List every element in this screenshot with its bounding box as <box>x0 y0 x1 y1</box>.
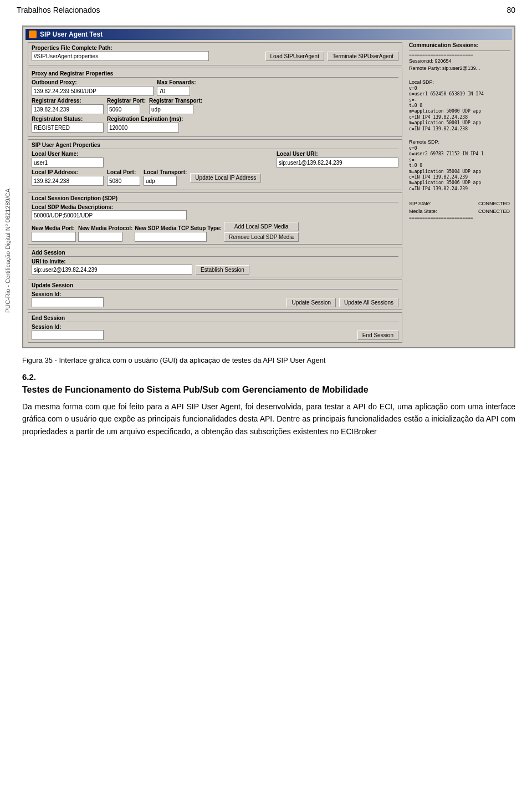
section-title: Testes de Funcionamento do Sistema Pub/S… <box>22 385 515 395</box>
media-state-label: Media State: <box>409 208 437 215</box>
registrar-addr-input[interactable] <box>32 104 104 114</box>
uri-to-invite-label: URI to Invite: <box>32 258 398 265</box>
new-media-protocol-label: New Media Protocol: <box>78 225 132 231</box>
local-user-uri-label: Local User URI: <box>277 151 398 157</box>
add-sdp-btn[interactable]: Add Local SDP Media <box>224 222 299 231</box>
end-session-id-label: Session Id: <box>32 324 398 330</box>
outbound-proxy-input[interactable] <box>32 86 154 96</box>
uri-to-invite-input[interactable] <box>32 265 192 275</box>
registrar-addr-label: Registrar Address: <box>32 98 104 104</box>
remote-sdp-c1: c=IN IP4 139.82.24.239 <box>409 175 510 180</box>
update-session-id-label: Session Id: <box>32 291 398 297</box>
local-user-name-input[interactable] <box>32 158 104 167</box>
section-para1: Da mesma forma com que foi feito para a … <box>22 400 515 438</box>
local-sdp-m1: m=application 50000 UDP app <box>409 109 510 114</box>
add-session-title: Add Session <box>32 250 398 257</box>
local-user-name-label: Local User Name: <box>32 151 104 157</box>
registrar-transport-label: Registrar Transport: <box>149 98 202 104</box>
properties-panel: Properties File Complete Path: Load SIPU… <box>28 42 402 65</box>
update-session-btn[interactable]: Update Session <box>287 298 336 307</box>
reg-status-input[interactable] <box>32 123 104 133</box>
update-session-id-input[interactable] <box>32 297 104 307</box>
properties-label: Properties File Complete Path: <box>32 45 398 51</box>
remote-sdp-t: t=0 0 <box>409 163 510 169</box>
end-session-btn[interactable]: End Session <box>357 331 398 340</box>
local-transport-input[interactable] <box>144 176 177 186</box>
remote-party-row: Remote Party: sip:user2@139... <box>409 65 510 72</box>
local-sdp-o: o=user1 652450 653819 IN IP4 <box>409 92 510 97</box>
end-session-title: End Session <box>32 315 398 322</box>
page-number: 80 <box>507 6 515 14</box>
proxy-section-title: Proxy and Registrar Properties <box>32 70 398 78</box>
sip-state-value: CONNECTED <box>478 200 510 207</box>
registrar-transport-input[interactable] <box>149 104 193 114</box>
local-sdp-m2: m=application 50001 UDP app <box>409 120 510 126</box>
local-ip-input[interactable] <box>32 176 104 186</box>
comm-divider-line-2: ======================== <box>409 215 510 221</box>
media-state-value: CONNECTED <box>478 208 510 215</box>
local-sdp-label: Local SDP: <box>409 79 510 86</box>
outbound-proxy-label: Outbound Proxy: <box>32 79 154 85</box>
new-media-port-label: New Media Port: <box>32 225 76 231</box>
registrar-port-label: Registrar Port: <box>107 98 146 104</box>
sip-ua-panel: SIP User Agent Properties Local User Nam… <box>28 139 402 190</box>
sdp-media-label: Local SDP Media Descriptions: <box>32 204 398 210</box>
update-local-ip-btn[interactable]: Update Local IP Address <box>190 173 261 182</box>
local-transport-label: Local Transport: <box>144 169 187 175</box>
new-sdp-tcp-label: New SDP Media TCP Setup Type: <box>135 225 222 231</box>
update-session-title: Update Session <box>32 282 398 290</box>
reg-expiration-label: Registration Expiration (ms): <box>107 116 183 122</box>
remote-sdp-s: s=- <box>409 158 510 163</box>
app-titlebar: SIP User Agent Test <box>25 29 512 40</box>
comm-sessions-title: Communication Sessions: <box>409 42 510 48</box>
reg-expiration-input[interactable] <box>107 123 179 133</box>
max-forwards-label: Max Forwards: <box>157 79 196 85</box>
comm-divider-line: ======================== <box>409 52 510 58</box>
local-port-input[interactable] <box>107 176 140 186</box>
session-id-row: Session:id: 920654 <box>409 58 510 65</box>
establish-session-btn[interactable]: Establish Session <box>196 265 249 275</box>
update-all-sessions-btn[interactable]: Update All Sessions <box>339 298 398 307</box>
app-icon <box>29 31 37 38</box>
local-sdp-c1: c=IN IP4 139.82.24.238 <box>409 115 510 120</box>
new-media-port-input[interactable] <box>32 232 76 242</box>
comm-sessions-content: ======================== Session:id: 920… <box>409 52 510 221</box>
reg-status-label: Registraton Status: <box>32 116 104 122</box>
app-title: SIP User Agent Test <box>40 31 103 38</box>
remove-sdp-btn[interactable]: Remove Local SDP Media <box>224 232 299 242</box>
sdp-panel: Local Session Description (SDP) Local SD… <box>28 192 402 245</box>
end-session-id-input[interactable] <box>32 330 104 340</box>
remote-sdp-v: v=0 <box>409 146 510 151</box>
local-user-uri-input[interactable] <box>277 158 398 167</box>
local-ip-label: Local IP Address: <box>32 169 104 175</box>
local-port-label: Local Port: <box>107 169 140 175</box>
terminate-btn[interactable]: Terminate SIPUserAgent <box>328 52 398 61</box>
add-session-panel: Add Session URI to Invite: Establish Ses… <box>28 247 402 277</box>
section-number: 6.2. <box>22 372 515 382</box>
remote-sdp-m1: m=application 35004 UDP app <box>409 169 510 175</box>
local-sdp-c2: c=IN IP4 139.82.24.238 <box>409 126 510 132</box>
local-sdp-v: v=0 <box>409 86 510 92</box>
remote-sdp-o: o=user2 69783 71152 IN IP4 1 <box>409 151 510 157</box>
sip-ua-section-title: SIP User Agent Properties <box>32 142 398 149</box>
figure-caption: Figura 35 - Interface gráfica com o usuá… <box>22 356 515 364</box>
sip-state-label: SIP State: <box>409 200 431 207</box>
proxy-panel: Proxy and Registrar Properties Outbound … <box>28 68 402 137</box>
load-btn[interactable]: Load SIPUserAgent <box>265 52 324 61</box>
chapter-title: Trabalhos Relacionados <box>17 6 100 14</box>
local-sdp-s: s=- <box>409 98 510 103</box>
new-sdp-tcp-input[interactable] <box>135 232 207 242</box>
screenshot-container: SIP User Agent Test Properties File Comp… <box>22 26 515 348</box>
max-forwards-input[interactable] <box>157 86 190 96</box>
comm-sessions-panel: Communication Sessions: ================… <box>407 40 512 345</box>
remote-sdp-c2: c=IN IP4 139.82.24.239 <box>409 186 510 192</box>
end-session-panel: End Session Session Id: End Session <box>28 312 402 343</box>
sdp-media-input[interactable] <box>32 210 187 220</box>
new-media-protocol-input[interactable] <box>78 232 122 242</box>
remote-sdp-label: Remote SDP: <box>409 139 510 146</box>
local-sdp-t: t=0 0 <box>409 103 510 109</box>
properties-input[interactable] <box>32 51 209 61</box>
registrar-port-input[interactable] <box>107 104 140 114</box>
update-session-panel: Update Session Session Id: Update Sessio… <box>28 280 402 310</box>
remote-sdp-m2: m=application 35006 UDP app <box>409 180 510 186</box>
